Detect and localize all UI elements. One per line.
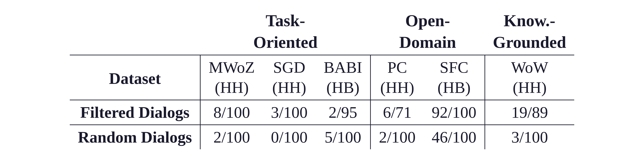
cell-random-pc: 2/100 xyxy=(370,125,424,149)
cell-filtered-sgd: 3/100 xyxy=(263,100,316,125)
header-open-domain-l1: Open- xyxy=(370,9,485,31)
header-group-row-2: Oriented Domain Grounded xyxy=(70,31,574,55)
cell-random-mwoz: 2/100 xyxy=(200,125,263,149)
header-know-grounded-l2: Grounded xyxy=(485,31,574,55)
table-row-random: Random Dialogs 2/100 0/100 5/100 2/100 4… xyxy=(70,125,574,149)
col-sfc-l1: SFC xyxy=(424,55,485,78)
col-sgd-l2: (HH) xyxy=(263,78,316,100)
col-babi-l2: (HB) xyxy=(316,78,370,100)
header-task-oriented-l2: Oriented xyxy=(200,31,370,55)
header-group-row-1: Task- Open- Know.- xyxy=(70,9,574,31)
col-babi-l1: BABI xyxy=(316,55,370,78)
cell-random-sfc: 46/100 xyxy=(424,125,485,149)
cell-filtered-sfc: 92/100 xyxy=(424,100,485,125)
header-open-domain-l2: Domain xyxy=(370,31,485,55)
col-wow-l2: (HH) xyxy=(485,78,574,100)
cell-random-babi: 5/100 xyxy=(316,125,370,149)
cell-random-sgd: 0/100 xyxy=(263,125,316,149)
col-sfc-l2: (HB) xyxy=(424,78,485,100)
results-table: Task- Open- Know.- Oriented Domain Groun… xyxy=(70,9,574,149)
col-mwoz-l1: MWoZ xyxy=(200,55,263,78)
row-label-filtered: Filtered Dialogs xyxy=(70,100,200,125)
column-header-row-1: Dataset MWoZ SGD BABI PC SFC WoW xyxy=(70,55,574,78)
dataset-label: Dataset xyxy=(70,55,200,100)
col-pc-l2: (HH) xyxy=(370,78,424,100)
col-pc-l1: PC xyxy=(370,55,424,78)
cell-filtered-pc: 6/71 xyxy=(370,100,424,125)
col-sgd-l1: SGD xyxy=(263,55,316,78)
cell-random-wow: 3/100 xyxy=(485,125,574,149)
row-label-random: Random Dialogs xyxy=(70,125,200,149)
cell-filtered-babi: 2/95 xyxy=(316,100,370,125)
header-know-grounded-l1: Know.- xyxy=(485,9,574,31)
col-mwoz-l2: (HH) xyxy=(200,78,263,100)
cell-filtered-wow: 19/89 xyxy=(485,100,574,125)
cell-filtered-mwoz: 8/100 xyxy=(200,100,263,125)
table-row-filtered: Filtered Dialogs 8/100 3/100 2/95 6/71 9… xyxy=(70,100,574,125)
header-task-oriented-l1: Task- xyxy=(200,9,370,31)
col-wow-l1: WoW xyxy=(485,55,574,78)
